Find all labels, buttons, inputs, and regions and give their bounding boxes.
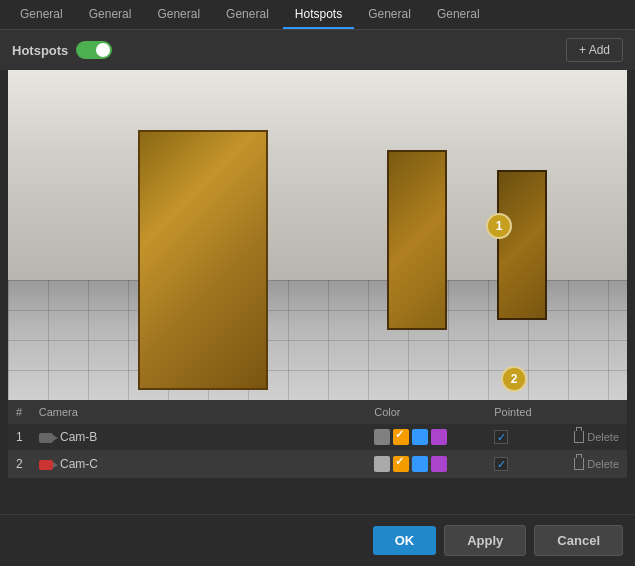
tab-1[interactable]: General	[77, 1, 144, 29]
hotspots-label: Hotspots	[12, 43, 68, 58]
row1-pointed-checkbox[interactable]: ✓	[494, 430, 508, 444]
cancel-button[interactable]: Cancel	[534, 525, 623, 556]
hallway-bg: 1 2	[8, 70, 627, 400]
swatch-orange-2[interactable]	[393, 456, 409, 472]
toolbar-left: Hotspots	[12, 41, 112, 59]
row2-pointed-check: ✓	[494, 457, 558, 471]
row1-spacer	[307, 424, 366, 451]
swatch-lightgray-2[interactable]	[374, 456, 390, 472]
door-right2	[497, 170, 547, 320]
apply-button[interactable]: Apply	[444, 525, 526, 556]
row1-cam-label: Cam-B	[60, 430, 97, 444]
row2-camera: Cam-C	[31, 451, 308, 478]
row1-pointed: ✓	[486, 424, 566, 451]
row1-num: 1	[8, 424, 31, 451]
trash-icon-1	[574, 431, 584, 443]
row2-delete-button[interactable]: Delete	[574, 458, 619, 470]
row2-color-swatches	[374, 456, 478, 472]
table-container: # Camera Color Pointed 1 Cam-B	[0, 400, 635, 478]
tab-5[interactable]: General	[356, 1, 423, 29]
hotspot-marker-1[interactable]: 1	[486, 213, 512, 239]
add-button[interactable]: + Add	[566, 38, 623, 62]
toolbar: Hotspots + Add	[0, 30, 635, 70]
camera-view: 1 2	[8, 70, 627, 400]
row1-camera: Cam-B	[31, 424, 308, 451]
row1-delete-button[interactable]: Delete	[574, 431, 619, 443]
swatch-gray-1[interactable]	[374, 429, 390, 445]
hotspots-table: # Camera Color Pointed 1 Cam-B	[8, 400, 627, 478]
col-header-num: #	[8, 400, 31, 424]
col-header-actions	[566, 400, 627, 424]
tab-6[interactable]: General	[425, 1, 492, 29]
swatch-orange-1[interactable]	[393, 429, 409, 445]
tab-bar: General General General General Hotspots…	[0, 0, 635, 30]
col-header-spacer	[307, 400, 366, 424]
swatch-purple-1[interactable]	[431, 429, 447, 445]
row2-cam-label: Cam-C	[60, 457, 98, 471]
tab-0[interactable]: General	[8, 1, 75, 29]
col-header-camera: Camera	[31, 400, 308, 424]
door-left	[138, 130, 268, 390]
row1-color-swatches	[374, 429, 478, 445]
row1-colors	[366, 424, 486, 451]
hotspot-marker-2[interactable]: 2	[501, 366, 527, 392]
col-header-color: Color	[366, 400, 486, 424]
cam-icon-1	[39, 433, 53, 443]
tab-hotspots[interactable]: Hotspots	[283, 1, 354, 29]
row1-pointed-check: ✓	[494, 430, 558, 444]
row2-pointed-checkbox[interactable]: ✓	[494, 457, 508, 471]
row2-actions: Delete	[566, 451, 627, 478]
cam-icon-2	[39, 460, 53, 470]
swatch-blue-2[interactable]	[412, 456, 428, 472]
row2-num: 2	[8, 451, 31, 478]
door-right1	[387, 150, 447, 330]
ok-button[interactable]: OK	[373, 526, 437, 555]
hotspots-toggle[interactable]	[76, 41, 112, 59]
swatch-blue-1[interactable]	[412, 429, 428, 445]
row2-spacer	[307, 451, 366, 478]
table-row: 2 Cam-C ✓	[8, 451, 627, 478]
row2-pointed: ✓	[486, 451, 566, 478]
trash-icon-2	[574, 458, 584, 470]
row2-colors	[366, 451, 486, 478]
col-header-pointed: Pointed	[486, 400, 566, 424]
swatch-purple-2[interactable]	[431, 456, 447, 472]
table-header-row: # Camera Color Pointed	[8, 400, 627, 424]
table-row: 1 Cam-B ✓	[8, 424, 627, 451]
footer: OK Apply Cancel	[0, 514, 635, 566]
tab-3[interactable]: General	[214, 1, 281, 29]
row1-actions: Delete	[566, 424, 627, 451]
tab-2[interactable]: General	[145, 1, 212, 29]
